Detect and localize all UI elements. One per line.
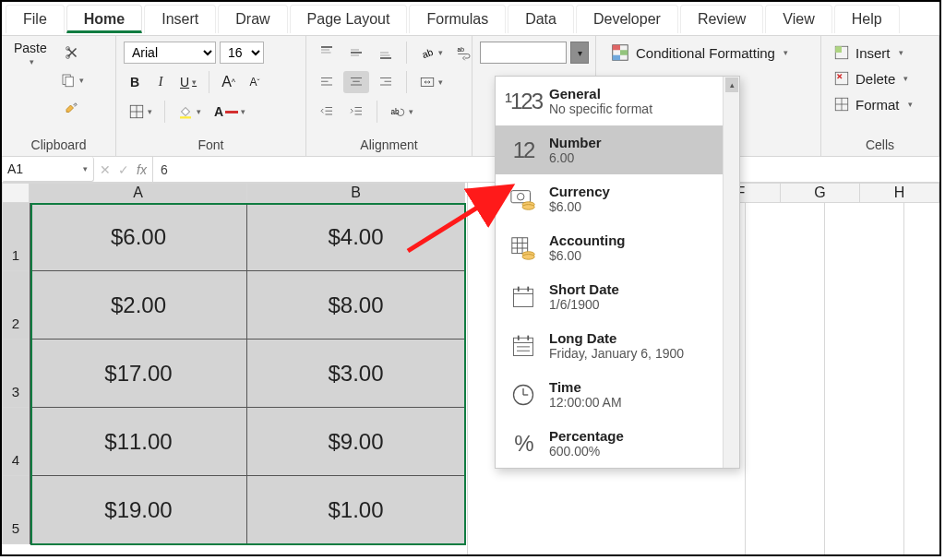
- format-option-percentage[interactable]: % Percentage600.00%: [496, 419, 739, 468]
- cut-button[interactable]: [55, 42, 89, 64]
- separator: [164, 101, 165, 123]
- name-box[interactable]: A1: [2, 157, 94, 182]
- cell[interactable]: $4.00: [247, 203, 465, 271]
- formula-bar: A1 ✕ ✓ fx 6: [2, 157, 939, 183]
- cell[interactable]: $19.00: [30, 476, 247, 544]
- fx-button[interactable]: fx: [137, 162, 147, 177]
- increase-indent-button[interactable]: [343, 101, 369, 123]
- rotate-text-button[interactable]: ab: [385, 101, 418, 123]
- cancel-formula-button[interactable]: ✕: [100, 162, 111, 177]
- cell[interactable]: $6.00: [30, 203, 247, 271]
- general-icon: ¹123: [508, 87, 538, 116]
- align-middle-button[interactable]: [343, 42, 369, 64]
- row-header[interactable]: 2: [2, 271, 30, 340]
- tab-formulas[interactable]: Formulas: [409, 5, 506, 33]
- column-header-b[interactable]: B: [247, 183, 465, 203]
- tab-review[interactable]: Review: [680, 5, 763, 33]
- cell[interactable]: $2.00: [30, 271, 247, 340]
- fill-color-button[interactable]: [173, 101, 206, 123]
- cell[interactable]: $1.00: [247, 476, 465, 544]
- calendar-icon: [508, 282, 538, 312]
- select-all-corner[interactable]: [2, 183, 30, 203]
- cell[interactable]: $11.00: [30, 408, 247, 476]
- tab-insert[interactable]: Insert: [144, 5, 216, 33]
- borders-button[interactable]: [124, 101, 157, 123]
- font-name-select[interactable]: Arial: [124, 42, 216, 64]
- underline-button[interactable]: U: [175, 71, 201, 93]
- tab-home[interactable]: Home: [66, 5, 142, 33]
- format-title: Accounting: [549, 232, 626, 248]
- borders-icon: [128, 103, 145, 120]
- increase-indent-icon: [348, 103, 365, 120]
- number-format-dropdown-button[interactable]: [570, 42, 589, 64]
- bucket-icon: [177, 103, 194, 120]
- delete-label: Delete: [855, 71, 895, 87]
- align-top-icon: [318, 44, 335, 61]
- format-sub: $6.00: [549, 248, 626, 263]
- insert-cells-button[interactable]: Insert: [829, 42, 908, 64]
- italic-button[interactable]: I: [150, 71, 172, 93]
- align-bottom-button[interactable]: [373, 42, 399, 64]
- align-left-button[interactable]: [314, 71, 340, 93]
- svg-rect-50: [511, 190, 531, 202]
- format-option-accounting[interactable]: Accounting $6.00: [496, 223, 739, 272]
- cell[interactable]: $9.00: [247, 408, 465, 476]
- cell[interactable]: $8.00: [247, 271, 465, 340]
- paste-button[interactable]: Paste: [9, 42, 52, 64]
- decrease-font-button[interactable]: Aˇ: [244, 71, 266, 93]
- format-option-long-date[interactable]: Long DateFriday, January 6, 1900: [496, 321, 739, 370]
- svg-point-60: [522, 254, 534, 259]
- format-option-short-date[interactable]: Short Date1/6/1900: [496, 272, 739, 321]
- paste-label: Paste: [14, 41, 47, 55]
- format-option-general[interactable]: ¹123 GeneralNo specific format: [496, 77, 739, 125]
- column-header-h[interactable]: H: [860, 183, 939, 203]
- svg-rect-39: [613, 45, 620, 51]
- enter-formula-button[interactable]: ✓: [118, 162, 129, 177]
- copy-icon: [60, 72, 77, 89]
- svg-text:ab: ab: [458, 46, 465, 53]
- merge-button[interactable]: [414, 71, 448, 93]
- delete-cells-icon: [833, 70, 850, 87]
- dropdown-scrollbar[interactable]: ▴: [723, 77, 739, 468]
- conditional-formatting-button[interactable]: Conditional Formatting: [604, 42, 795, 64]
- tab-help[interactable]: Help: [834, 5, 900, 33]
- tab-view[interactable]: View: [765, 5, 831, 33]
- tab-draw[interactable]: Draw: [218, 5, 287, 33]
- format-title: Number: [549, 135, 602, 150]
- cell[interactable]: $3.00: [247, 340, 465, 408]
- tab-file[interactable]: File: [6, 5, 65, 33]
- decrease-indent-button[interactable]: [314, 101, 340, 123]
- copy-button[interactable]: [55, 69, 89, 91]
- align-top-button[interactable]: [314, 42, 340, 64]
- column-header-g[interactable]: G: [781, 183, 860, 203]
- row-header[interactable]: 1: [2, 203, 30, 271]
- svg-rect-9: [180, 116, 191, 118]
- bold-button[interactable]: B: [124, 71, 146, 93]
- tab-page-layout[interactable]: Page Layout: [290, 5, 408, 33]
- format-painter-button[interactable]: [55, 97, 89, 119]
- align-center-button[interactable]: [343, 71, 369, 93]
- align-bottom-icon: [377, 44, 394, 61]
- align-middle-icon: [348, 44, 365, 61]
- format-cells-button[interactable]: Format: [829, 93, 917, 115]
- format-option-currency[interactable]: Currency$6.00: [496, 174, 739, 223]
- format-option-number[interactable]: 12 Number6.00: [496, 125, 739, 174]
- increase-font-button[interactable]: A^: [217, 71, 240, 93]
- align-right-button[interactable]: [373, 71, 399, 93]
- row-header[interactable]: 5: [2, 476, 30, 544]
- row-header[interactable]: 4: [2, 408, 30, 476]
- font-color-button[interactable]: A: [209, 101, 250, 123]
- column-header-a[interactable]: A: [30, 183, 247, 203]
- format-sub: Friday, January 6, 1900: [549, 346, 684, 361]
- number-format-display[interactable]: [480, 42, 567, 64]
- svg-point-51: [517, 193, 524, 200]
- tab-data[interactable]: Data: [508, 5, 574, 33]
- tab-developer[interactable]: Developer: [576, 5, 678, 33]
- calendar-icon: [508, 331, 538, 361]
- delete-cells-button[interactable]: Delete: [829, 67, 913, 89]
- orientation-button[interactable]: ab: [414, 42, 448, 64]
- cell[interactable]: $17.00: [30, 340, 247, 408]
- row-header[interactable]: 3: [2, 340, 30, 408]
- format-option-time[interactable]: Time12:00:00 AM: [496, 370, 739, 419]
- font-size-select[interactable]: 16: [220, 42, 264, 64]
